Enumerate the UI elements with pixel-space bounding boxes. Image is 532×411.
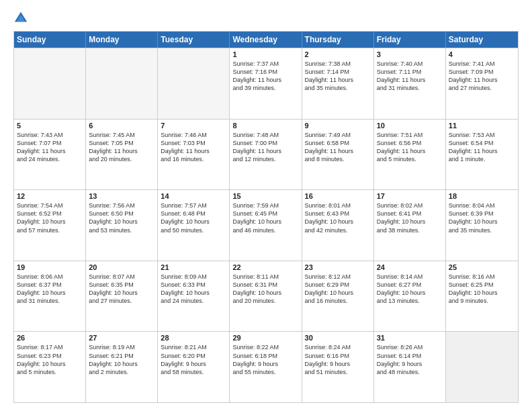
day-number: 7 [161,122,226,130]
calendar-cell: 6Sunrise: 7:45 AM Sunset: 7:05 PM Daylig… [86,120,158,190]
cell-text: Sunrise: 8:07 AM Sunset: 6:35 PM Dayligh… [89,273,154,306]
cell-text: Sunrise: 8:19 AM Sunset: 6:21 PM Dayligh… [89,343,154,376]
day-number: 13 [89,192,154,200]
cell-text: Sunrise: 8:04 AM Sunset: 6:39 PM Dayligh… [449,201,515,234]
day-number: 30 [305,334,371,342]
cell-text: Sunrise: 7:45 AM Sunset: 7:05 PM Dayligh… [89,131,154,164]
calendar-cell [86,48,158,119]
day-number: 9 [305,122,371,130]
calendar-row-4: 26Sunrise: 8:17 AM Sunset: 6:23 PM Dayli… [14,331,518,402]
calendar-cell: 24Sunrise: 8:14 AM Sunset: 6:27 PM Dayli… [374,261,446,332]
day-number: 23 [305,263,371,271]
cell-text: Sunrise: 7:43 AM Sunset: 7:07 PM Dayligh… [17,131,83,164]
calendar-row-0: 1Sunrise: 7:37 AM Sunset: 7:16 PM Daylig… [14,48,518,119]
day-number: 18 [449,192,515,200]
weekday-header-thursday: Thursday [302,32,374,48]
calendar-cell: 21Sunrise: 8:09 AM Sunset: 6:33 PM Dayli… [158,261,230,332]
calendar-header: SundayMondayTuesdayWednesdayThursdayFrid… [14,32,518,48]
cell-text: Sunrise: 7:40 AM Sunset: 7:11 PM Dayligh… [377,60,443,93]
calendar-cell: 22Sunrise: 8:11 AM Sunset: 6:31 PM Dayli… [230,261,302,332]
calendar-cell: 16Sunrise: 8:01 AM Sunset: 6:43 PM Dayli… [302,190,374,261]
day-number: 1 [232,50,298,58]
calendar-body: 1Sunrise: 7:37 AM Sunset: 7:16 PM Daylig… [14,48,518,402]
calendar-cell: 28Sunrise: 8:21 AM Sunset: 6:20 PM Dayli… [158,332,230,402]
day-number: 11 [449,122,515,130]
cell-text: Sunrise: 8:09 AM Sunset: 6:33 PM Dayligh… [161,273,226,306]
calendar-cell: 15Sunrise: 7:59 AM Sunset: 6:45 PM Dayli… [230,190,302,261]
calendar-cell: 8Sunrise: 7:48 AM Sunset: 7:00 PM Daylig… [230,120,302,190]
calendar-row-1: 5Sunrise: 7:43 AM Sunset: 7:07 PM Daylig… [14,119,518,190]
day-number: 17 [377,192,443,200]
day-number: 26 [17,334,83,342]
logo-icon [13,11,28,26]
calendar-cell: 23Sunrise: 8:12 AM Sunset: 6:29 PM Dayli… [302,261,374,332]
calendar-cell: 4Sunrise: 7:41 AM Sunset: 7:09 PM Daylig… [446,48,518,119]
cell-text: Sunrise: 8:06 AM Sunset: 6:37 PM Dayligh… [17,273,83,306]
cell-text: Sunrise: 8:17 AM Sunset: 6:23 PM Dayligh… [17,343,83,376]
calendar-cell: 2Sunrise: 7:38 AM Sunset: 7:14 PM Daylig… [302,48,374,119]
day-number: 3 [377,50,443,58]
day-number: 2 [305,50,371,58]
calendar-cell: 12Sunrise: 7:54 AM Sunset: 6:52 PM Dayli… [14,190,86,261]
day-number: 22 [232,263,298,271]
cell-text: Sunrise: 8:22 AM Sunset: 6:18 PM Dayligh… [232,343,298,376]
day-number: 28 [161,334,226,342]
day-number: 14 [161,192,226,200]
weekday-header-sunday: Sunday [14,32,86,48]
day-number: 31 [377,334,443,342]
cell-text: Sunrise: 8:26 AM Sunset: 6:14 PM Dayligh… [377,343,443,376]
day-number: 24 [377,263,443,271]
day-number: 15 [232,192,298,200]
day-number: 4 [449,50,515,58]
day-number: 29 [232,334,298,342]
calendar-cell: 25Sunrise: 8:16 AM Sunset: 6:25 PM Dayli… [446,261,518,332]
cell-text: Sunrise: 7:51 AM Sunset: 6:56 PM Dayligh… [377,131,443,164]
day-number: 20 [89,263,154,271]
calendar-cell: 30Sunrise: 8:24 AM Sunset: 6:16 PM Dayli… [302,332,374,402]
day-number: 21 [161,263,226,271]
calendar-cell: 14Sunrise: 7:57 AM Sunset: 6:48 PM Dayli… [158,190,230,261]
cell-text: Sunrise: 7:46 AM Sunset: 7:03 PM Dayligh… [161,131,226,164]
calendar-row-3: 19Sunrise: 8:06 AM Sunset: 6:37 PM Dayli… [14,261,518,332]
calendar-cell [158,48,230,119]
day-number: 27 [89,334,154,342]
calendar-cell: 11Sunrise: 7:53 AM Sunset: 6:54 PM Dayli… [446,120,518,190]
cell-text: Sunrise: 8:01 AM Sunset: 6:43 PM Dayligh… [305,201,371,234]
calendar-cell: 5Sunrise: 7:43 AM Sunset: 7:07 PM Daylig… [14,120,86,190]
calendar-cell: 18Sunrise: 8:04 AM Sunset: 6:39 PM Dayli… [446,190,518,261]
cell-text: Sunrise: 7:53 AM Sunset: 6:54 PM Dayligh… [449,131,515,164]
calendar-cell: 29Sunrise: 8:22 AM Sunset: 6:18 PM Dayli… [230,332,302,402]
calendar-cell: 3Sunrise: 7:40 AM Sunset: 7:11 PM Daylig… [374,48,446,119]
weekday-header-friday: Friday [374,32,446,48]
cell-text: Sunrise: 7:41 AM Sunset: 7:09 PM Dayligh… [449,60,515,93]
cell-text: Sunrise: 8:11 AM Sunset: 6:31 PM Dayligh… [232,273,298,306]
calendar-cell: 9Sunrise: 7:49 AM Sunset: 6:58 PM Daylig… [302,120,374,190]
day-number: 6 [89,122,154,130]
day-number: 16 [305,192,371,200]
cell-text: Sunrise: 8:21 AM Sunset: 6:20 PM Dayligh… [161,343,226,376]
day-number: 10 [377,122,443,130]
cell-text: Sunrise: 8:16 AM Sunset: 6:25 PM Dayligh… [449,273,515,306]
calendar-cell: 17Sunrise: 8:02 AM Sunset: 6:41 PM Dayli… [374,190,446,261]
weekday-header-wednesday: Wednesday [230,32,302,48]
cell-text: Sunrise: 7:49 AM Sunset: 6:58 PM Dayligh… [305,131,371,164]
cell-text: Sunrise: 8:12 AM Sunset: 6:29 PM Dayligh… [305,273,371,306]
calendar-cell: 26Sunrise: 8:17 AM Sunset: 6:23 PM Dayli… [14,332,86,402]
logo [13,11,31,26]
cell-text: Sunrise: 8:14 AM Sunset: 6:27 PM Dayligh… [377,273,443,306]
day-number: 8 [232,122,298,130]
cell-text: Sunrise: 8:24 AM Sunset: 6:16 PM Dayligh… [305,343,371,376]
calendar-cell [446,332,518,402]
cell-text: Sunrise: 7:37 AM Sunset: 7:16 PM Dayligh… [232,60,298,93]
weekday-header-tuesday: Tuesday [158,32,230,48]
calendar-cell: 20Sunrise: 8:07 AM Sunset: 6:35 PM Dayli… [86,261,158,332]
calendar-cell: 10Sunrise: 7:51 AM Sunset: 6:56 PM Dayli… [374,120,446,190]
weekday-header-saturday: Saturday [446,32,518,48]
calendar-row-2: 12Sunrise: 7:54 AM Sunset: 6:52 PM Dayli… [14,189,518,261]
day-number: 5 [17,122,83,130]
calendar-cell: 31Sunrise: 8:26 AM Sunset: 6:14 PM Dayli… [374,332,446,402]
calendar-cell: 1Sunrise: 7:37 AM Sunset: 7:16 PM Daylig… [230,48,302,119]
calendar-cell: 7Sunrise: 7:46 AM Sunset: 7:03 PM Daylig… [158,120,230,190]
calendar-cell: 13Sunrise: 7:56 AM Sunset: 6:50 PM Dayli… [86,190,158,261]
page-header [13,11,519,26]
